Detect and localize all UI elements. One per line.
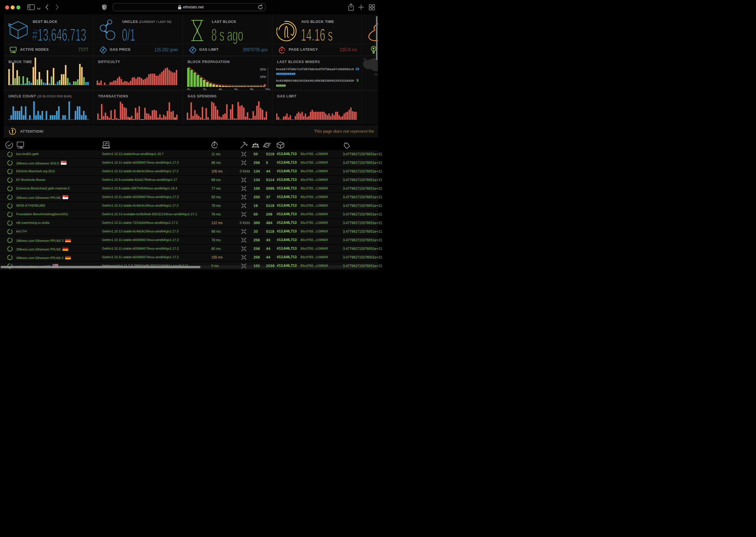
svg-text:c: c: [345, 143, 347, 145]
